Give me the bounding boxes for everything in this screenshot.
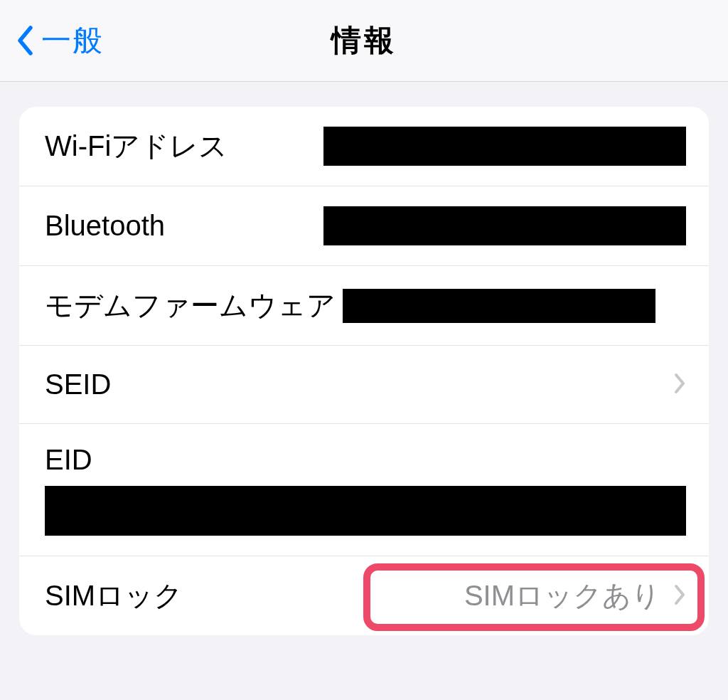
wifi-address-row[interactable]: Wi-Fiアドレス <box>19 107 709 186</box>
chevron-left-icon <box>14 23 36 58</box>
row-label: モデムファームウェア <box>45 286 336 325</box>
redacted-value <box>323 127 686 166</box>
sim-lock-row[interactable]: SIMロック SIMロックあり <box>19 556 709 635</box>
chevron-right-icon <box>673 584 686 608</box>
page-title: 情報 <box>331 21 397 60</box>
row-value: SIMロックあり <box>464 576 660 615</box>
seid-row[interactable]: SEID <box>19 346 709 424</box>
back-button[interactable]: 一般 <box>14 21 104 60</box>
redacted-value <box>45 486 686 536</box>
row-label: EID <box>45 444 686 476</box>
row-label: Wi-Fiアドレス <box>45 127 228 166</box>
content-area: Wi-Fiアドレス Bluetooth モデムファームウェア SEID EID … <box>0 82 728 635</box>
settings-group: Wi-Fiアドレス Bluetooth モデムファームウェア SEID EID … <box>19 107 709 635</box>
back-label: 一般 <box>41 21 104 60</box>
redacted-value <box>323 206 686 245</box>
bluetooth-row[interactable]: Bluetooth <box>19 186 709 266</box>
row-label: SIMロック <box>45 576 183 615</box>
row-label: SEID <box>45 368 111 401</box>
modem-firmware-row[interactable]: モデムファームウェア <box>19 266 709 346</box>
row-label: Bluetooth <box>45 210 165 242</box>
navigation-bar: 一般 情報 <box>0 0 728 82</box>
eid-row[interactable]: EID <box>19 424 709 556</box>
chevron-right-icon <box>673 373 686 397</box>
redacted-value <box>343 289 655 323</box>
